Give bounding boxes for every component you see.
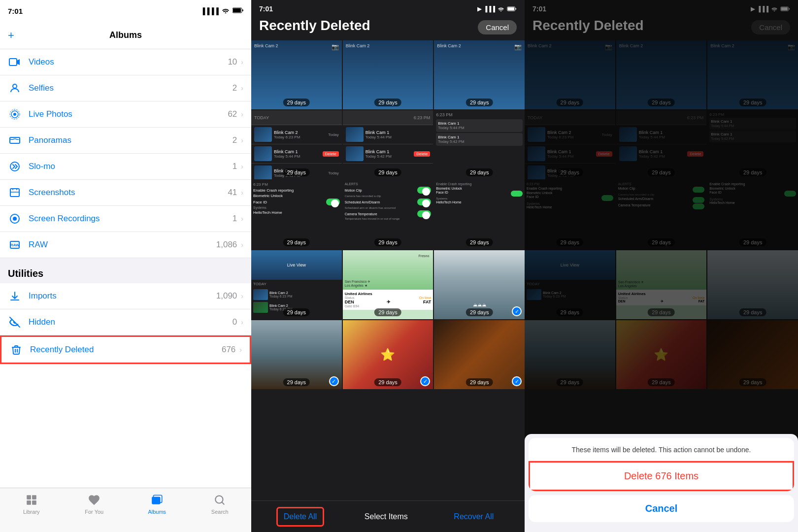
photo-cell-3[interactable]: Blink Cam 2 📷 29 days [434, 40, 525, 109]
wifi-icon [222, 7, 230, 15]
svg-point-11 [13, 217, 17, 221]
days-badge-11: 29 days [374, 308, 401, 316]
photo-cell-10[interactable]: Live View TODAY Blink Cam 2Today 6:23 PM… [251, 250, 342, 319]
tab-library[interactable]: Library [0, 493, 63, 515]
svg-rect-15 [32, 495, 36, 499]
photo-cell-9[interactable]: Enable Crash reporting Biometric Unlock … [434, 180, 525, 249]
slomo-icon [8, 160, 22, 173]
tab-for-you[interactable]: For You [63, 493, 126, 515]
search-tab-icon [213, 493, 227, 507]
live-photo-icon [8, 107, 22, 121]
days-badge-15: 29 days [466, 378, 493, 386]
right-panel: 7:01 ▶ ▐▐▐ Recently Deleted Cancel Blink… [525, 0, 798, 532]
album-label-slomo: Slo-mo [29, 162, 233, 171]
photo-cell-12[interactable]: ⛰⛰⛰ 29 days [434, 250, 525, 319]
middle-status-bar: 7:01 ▶ ▐▐▐ [259, 5, 517, 13]
imports-icon [8, 289, 22, 303]
cancel-button-top[interactable]: Cancel [478, 20, 517, 34]
chevron-icon-live-photos: › [241, 110, 243, 118]
tab-label-search: Search [211, 509, 229, 515]
photo-cell-7[interactable]: 6:23 PM Enable Crash reporting Biometric… [251, 180, 342, 249]
album-label-live-photos: Live Photos [29, 109, 228, 119]
album-item-imports[interactable]: Imports 1,090 › [0, 283, 251, 309]
middle-status-icons: ▶ ▐▐▐ [477, 6, 517, 12]
album-count-screen-recordings: 1 [233, 214, 237, 224]
album-count-selfies: 2 [233, 83, 237, 93]
photo-cell-2[interactable]: Blink Cam 2 29 days [343, 40, 433, 109]
days-badge-8: 29 days [374, 238, 401, 246]
days-badge-6: 29 days [466, 168, 493, 176]
album-count-raw: 1,086 [216, 240, 237, 250]
album-item-raw[interactable]: RAW RAW 1,086 › [0, 232, 251, 258]
photo-grid-container: Blink Cam 2 📷 29 days Blink Cam 2 29 day… [251, 40, 525, 500]
confirmation-sheet: These items will be deleted. This action… [525, 434, 798, 532]
tab-search[interactable]: Search [189, 493, 252, 515]
chevron-icon-recently-deleted: › [239, 346, 242, 354]
delete-all-button[interactable]: Delete All [276, 507, 325, 527]
svg-point-4 [13, 113, 16, 116]
days-badge-7: 29 days [283, 238, 310, 246]
albums-list: Videos 10 › Selfies 2 › Live Photos 62 [0, 49, 251, 488]
chevron-icon-selfies: › [241, 84, 243, 92]
album-label-recently-deleted: Recently Deleted [30, 345, 222, 355]
album-item-recently-deleted[interactable]: Recently Deleted 676 › [0, 335, 251, 364]
album-item-hidden[interactable]: Hidden 0 › [0, 309, 251, 335]
recover-all-button[interactable]: Recover All [448, 508, 499, 525]
album-count-screenshots: 41 [228, 188, 237, 198]
albums-tab-icon [150, 493, 164, 507]
library-tab-icon [25, 493, 38, 507]
middle-panel: 7:01 ▶ ▐▐▐ Recently Deleted Cancel Blink… [251, 0, 525, 532]
chevron-icon-screen-recordings: › [241, 215, 243, 223]
sheet-message: These items will be deleted. This action… [529, 438, 794, 461]
photo-cell-1[interactable]: Blink Cam 2 📷 29 days [251, 40, 342, 109]
album-item-selfies[interactable]: Selfies 2 › [0, 75, 251, 101]
panorama-icon [8, 133, 22, 147]
photo-cell-4[interactable]: TODAY Blink Cam 2Today 6:23 PM Today Bli… [251, 110, 342, 179]
select-items-label: Select Items [365, 512, 408, 521]
svg-rect-2 [9, 59, 17, 66]
svg-rect-7 [10, 137, 20, 143]
select-circle-13 [329, 376, 339, 386]
photo-cell-6[interactable]: 6:23 PM Blink Cam 1Today 5:44 PM Blink C… [434, 110, 525, 179]
photo-cell-11[interactable]: San Francisco ✈Los Angeles ★ Fresno Unit… [343, 250, 433, 319]
svg-rect-14 [27, 495, 31, 499]
album-item-screenshots[interactable]: Screenshots 41 › [0, 180, 251, 206]
svg-rect-22 [508, 7, 514, 11]
tab-albums[interactable]: Albums [126, 493, 189, 515]
chevron-icon-hidden: › [241, 318, 243, 326]
album-item-slomo[interactable]: Slo-mo 1 › [0, 154, 251, 180]
chevron-icon-raw: › [241, 241, 243, 249]
photo-cell-14[interactable]: ⭐ 29 days [343, 320, 433, 389]
days-badge-10: 29 days [283, 308, 310, 316]
photo-cell-15[interactable]: 29 days [434, 320, 525, 389]
svg-rect-1 [233, 8, 241, 12]
nav-title: Albums [109, 30, 142, 40]
album-label-raw: RAW [29, 240, 216, 250]
chevron-icon-videos: › [241, 58, 243, 66]
sheet-top-section: These items will be deleted. This action… [529, 438, 794, 491]
album-item-live-photos[interactable]: Live Photos 62 › [0, 101, 251, 128]
sheet-cancel-button[interactable]: Cancel [529, 495, 794, 522]
svg-rect-16 [27, 500, 31, 505]
photo-cell-5[interactable]: 6:23 PM Blink Cam 1Today 5:44 PM Blink C… [343, 110, 433, 179]
days-badge-13: 29 days [283, 378, 310, 386]
raw-icon: RAW [8, 238, 22, 252]
photo-cell-13[interactable]: 29 days [251, 320, 342, 389]
plus-button[interactable]: + [8, 29, 14, 42]
tab-label-library: Library [23, 509, 40, 515]
middle-title: Recently Deleted [259, 16, 370, 38]
video-icon [8, 55, 22, 69]
selfie-icon [8, 81, 22, 95]
album-item-panoramas[interactable]: Panoramas 2 › [0, 128, 251, 154]
trash-icon [9, 343, 23, 357]
delete-items-button[interactable]: Delete 676 Items [529, 461, 794, 491]
chevron-icon-panoramas: › [241, 136, 243, 144]
album-count-live-photos: 62 [228, 109, 237, 119]
album-item-screen-recordings[interactable]: Screen Recordings 1 › [0, 206, 251, 232]
days-badge-5: 29 days [374, 168, 401, 176]
album-count-videos: 10 [228, 57, 237, 67]
tab-label-albums: Albums [148, 509, 166, 515]
photo-cell-8[interactable]: ALERTS Motion Clip Camera has recorded a… [343, 180, 433, 249]
album-count-panoramas: 2 [233, 135, 237, 145]
album-item-videos[interactable]: Videos 10 › [0, 49, 251, 75]
